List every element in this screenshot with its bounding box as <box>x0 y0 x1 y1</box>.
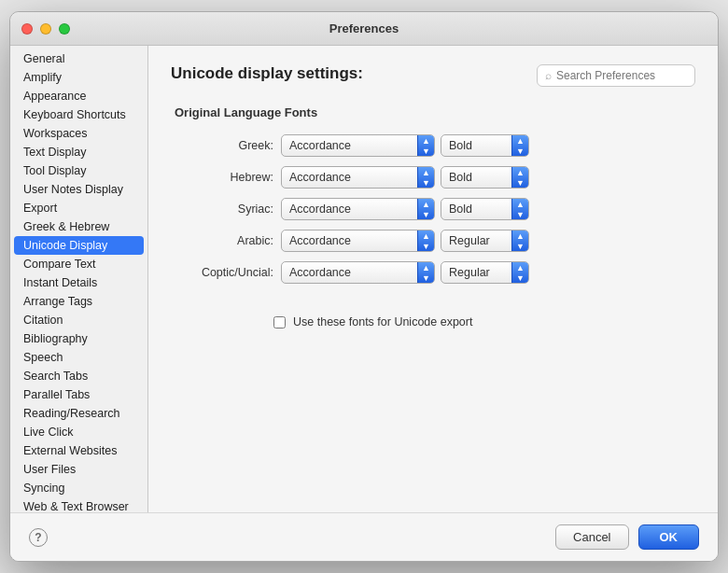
main-header: Unicode display settings: ⌕ <box>171 64 695 87</box>
search-icon: ⌕ <box>545 69 552 82</box>
style-value-0: Bold <box>441 139 511 152</box>
sidebar-item-citation[interactable]: Citation <box>14 311 144 329</box>
titlebar: Preferences <box>10 12 718 46</box>
font-rows: Greek:Accordance▲▼Bold▲▼Hebrew:Accordanc… <box>171 134 695 293</box>
minimize-button[interactable] <box>40 23 51 35</box>
sidebar-item-text-display[interactable]: Text Display <box>14 143 144 161</box>
sidebar-item-user-notes-display[interactable]: User Notes Display <box>14 180 144 199</box>
font-dropdown-icon-3: ▲▼ <box>417 231 434 251</box>
unicode-export-checkbox[interactable] <box>273 316 286 328</box>
main-panel: Unicode display settings: ⌕ Original Lan… <box>148 46 718 512</box>
sidebar-item-unicode-display[interactable]: Unicode Display <box>14 236 144 255</box>
sidebar-item-parallel-tabs[interactable]: Parallel Tabs <box>14 385 144 404</box>
cancel-button[interactable]: Cancel <box>555 524 628 550</box>
font-value-4: Accordance <box>282 266 417 279</box>
sidebar-item-bibliography[interactable]: Bibliography <box>14 329 144 348</box>
sidebar-item-greek---hebrew[interactable]: Greek & Hebrew <box>14 217 144 236</box>
sidebar-item-reading-research[interactable]: Reading/Research <box>14 404 144 423</box>
style-value-2: Bold <box>441 203 511 216</box>
font-row-3: Arabic:Accordance▲▼Regular▲▼ <box>189 230 695 252</box>
style-select-3[interactable]: Regular▲▼ <box>441 230 529 252</box>
sidebar-item-compare-text[interactable]: Compare Text <box>14 255 144 273</box>
ok-button[interactable]: OK <box>638 524 700 550</box>
style-select-4[interactable]: Regular▲▼ <box>441 261 529 284</box>
sidebar-item-search-tabs[interactable]: Search Tabs <box>14 367 144 385</box>
sidebar-item-instant-details[interactable]: Instant Details <box>14 273 144 292</box>
font-row-4: Coptic/Uncial:Accordance▲▼Regular▲▼ <box>189 261 695 284</box>
style-dropdown-icon-4: ▲▼ <box>511 262 528 283</box>
font-value-3: Accordance <box>282 234 417 247</box>
font-dropdown-icon-1: ▲▼ <box>417 167 434 188</box>
font-label-4: Coptic/Uncial: <box>189 266 273 279</box>
maximize-button[interactable] <box>59 23 70 35</box>
font-label-0: Greek: <box>189 139 273 152</box>
sidebar-item-speech[interactable]: Speech <box>14 348 144 367</box>
style-select-1[interactable]: Bold▲▼ <box>441 166 529 189</box>
style-dropdown-icon-3: ▲▼ <box>511 231 528 251</box>
sidebar-item-live-click[interactable]: Live Click <box>14 423 144 441</box>
font-select-1[interactable]: Accordance▲▼ <box>281 166 435 189</box>
search-box[interactable]: ⌕ <box>537 64 695 87</box>
panel-title: Unicode display settings: <box>171 64 363 83</box>
font-label-2: Syriac: <box>189 203 273 216</box>
style-value-3: Regular <box>441 234 511 247</box>
sidebar-item-arrange-tags[interactable]: Arrange Tags <box>14 292 144 311</box>
style-value-1: Bold <box>441 171 511 184</box>
sidebar-item-amplify[interactable]: Amplify <box>14 68 144 87</box>
font-label-3: Arabic: <box>189 234 273 247</box>
style-select-0[interactable]: Bold▲▼ <box>441 134 529 157</box>
sidebar-item-keyboard-shortcuts[interactable]: Keyboard Shortcuts <box>14 105 144 124</box>
font-row-0: Greek:Accordance▲▼Bold▲▼ <box>189 134 695 157</box>
style-dropdown-icon-1: ▲▼ <box>511 167 528 188</box>
font-dropdown-icon-0: ▲▼ <box>417 135 434 156</box>
font-row-1: Hebrew:Accordance▲▼Bold▲▼ <box>189 166 695 189</box>
font-dropdown-icon-4: ▲▼ <box>417 262 434 283</box>
font-dropdown-icon-2: ▲▼ <box>417 199 434 219</box>
font-select-3[interactable]: Accordance▲▼ <box>281 230 435 252</box>
sidebar-item-user-files[interactable]: User Files <box>14 460 144 479</box>
style-select-2[interactable]: Bold▲▼ <box>441 198 529 220</box>
font-value-2: Accordance <box>282 203 417 216</box>
sidebar-item-workspaces[interactable]: Workspaces <box>14 124 144 143</box>
sidebar-item-tool-display[interactable]: Tool Display <box>14 161 144 180</box>
font-select-0[interactable]: Accordance▲▼ <box>281 134 435 157</box>
sidebar: GeneralAmplifyAppearanceKeyboard Shortcu… <box>10 46 148 512</box>
font-label-1: Hebrew: <box>189 171 273 184</box>
sidebar-item-appearance[interactable]: Appearance <box>14 87 144 105</box>
font-select-4[interactable]: Accordance▲▼ <box>281 261 435 284</box>
search-input[interactable] <box>556 69 678 82</box>
sidebar-item-web---text-browser[interactable]: Web & Text Browser <box>14 497 144 512</box>
window-title: Preferences <box>329 21 399 35</box>
section-title: Original Language Fonts <box>175 105 695 119</box>
style-dropdown-icon-0: ▲▼ <box>511 135 528 156</box>
sidebar-item-general[interactable]: General <box>14 49 144 68</box>
font-select-2[interactable]: Accordance▲▼ <box>281 198 435 220</box>
close-button[interactable] <box>21 23 33 35</box>
help-button[interactable]: ? <box>29 528 48 547</box>
font-value-0: Accordance <box>282 139 417 152</box>
sidebar-item-syncing[interactable]: Syncing <box>14 479 144 497</box>
style-dropdown-icon-2: ▲▼ <box>511 199 528 219</box>
footer-buttons: Cancel OK <box>555 524 699 550</box>
content-area: GeneralAmplifyAppearanceKeyboard Shortcu… <box>10 46 718 512</box>
checkbox-label: Use these fonts for Unicode export <box>293 315 472 328</box>
sidebar-item-external-websites[interactable]: External Websites <box>14 441 144 460</box>
window-controls <box>21 23 70 35</box>
sidebar-item-export[interactable]: Export <box>14 199 144 217</box>
footer: ? Cancel OK <box>10 512 718 561</box>
font-value-1: Accordance <box>282 171 417 184</box>
font-row-2: Syriac:Accordance▲▼Bold▲▼ <box>189 198 695 220</box>
preferences-window: Preferences GeneralAmplifyAppearanceKeyb… <box>9 11 719 562</box>
style-value-4: Regular <box>441 266 511 279</box>
checkbox-row: Use these fonts for Unicode export <box>273 315 695 328</box>
